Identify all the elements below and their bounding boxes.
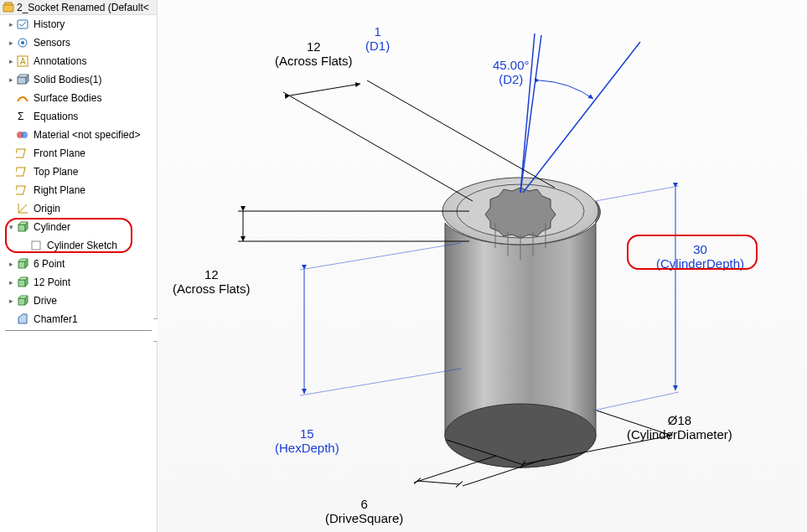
svg-text:Σ: Σ <box>18 111 23 122</box>
expander-icon[interactable]: ▸ <box>7 20 15 28</box>
expander-icon[interactable]: ▸ <box>7 75 15 84</box>
expander-icon[interactable]: ▸ <box>7 39 15 47</box>
svg-line-54 <box>595 186 679 201</box>
svg-rect-13 <box>16 149 25 158</box>
feature-tree-sidebar: 2_Socket Renamed (Default< ▸History▸Sens… <box>0 0 158 532</box>
tree-item-label: Origin <box>34 203 60 214</box>
svg-rect-1 <box>5 3 12 5</box>
tree-item-label: History <box>34 18 65 30</box>
tree-item-label: Solid Bodies(1) <box>34 74 101 85</box>
tree-item-annotations[interactable]: ▸AAnnotations <box>0 52 157 70</box>
model-canvas[interactable]: 1 (D1) 45.00° (D2) 12 (Across Flats) 12 … <box>158 0 807 532</box>
svg-line-58 <box>447 440 524 465</box>
tree-item-label: Sensors <box>34 37 70 49</box>
tree-item-solid-bodies-1[interactable]: ▸Solid Bodies(1) <box>0 70 157 89</box>
svg-rect-26 <box>18 280 25 287</box>
tree-item-origin[interactable]: Origin <box>0 199 157 218</box>
tree-divider <box>5 330 152 331</box>
expander-icon[interactable]: ▸ <box>7 260 15 268</box>
chamfer-icon <box>15 312 30 327</box>
plane-icon <box>15 146 30 161</box>
extrude-icon <box>15 293 30 308</box>
solid-icon <box>15 72 30 87</box>
tree-item-label: Annotations <box>34 55 86 67</box>
tree-item-top-plane[interactable]: Top Plane <box>0 163 157 181</box>
tree-item-history[interactable]: ▸History <box>0 15 157 34</box>
svg-rect-14 <box>16 168 25 176</box>
svg-marker-32 <box>18 314 27 323</box>
tree-item-label: 12 Point <box>34 276 70 288</box>
svg-text:A: A <box>20 57 26 66</box>
svg-point-12 <box>21 132 28 138</box>
svg-line-16 <box>18 204 27 213</box>
surface-icon <box>15 90 30 106</box>
tree-item-sensors[interactable]: ▸Sensors <box>0 34 157 52</box>
svg-line-44 <box>523 42 640 193</box>
tree-item-drive[interactable]: ▸Drive <box>0 292 157 310</box>
tree-item-chamfer1[interactable]: Chamfer1 <box>0 310 157 328</box>
svg-line-51 <box>300 243 461 270</box>
tree-item-label: Drive <box>34 295 57 307</box>
tree-item-cylinder-sketch[interactable]: Cylinder Sketch <box>0 236 157 255</box>
tree-item-label: 6 Point <box>34 258 65 270</box>
tree-item-material-not-specified[interactable]: Material <not specified> <box>0 126 157 144</box>
dimension-lines <box>158 0 807 532</box>
svg-line-45 <box>283 92 473 201</box>
tree-item-label: Top Plane <box>34 166 78 178</box>
sketch-icon <box>28 238 44 253</box>
tree-item-6-point[interactable]: ▸6 Point <box>0 255 157 273</box>
tree-item-label: Chamfer1 <box>34 313 78 325</box>
svg-line-43 <box>520 35 541 193</box>
tree-item-label: Surface Bodies <box>34 92 101 104</box>
history-icon <box>15 17 30 32</box>
origin-icon <box>15 201 30 216</box>
svg-line-52 <box>300 369 461 395</box>
tree-item-label: Equations <box>34 111 78 122</box>
tree-item-label: Cylinder <box>34 221 70 233</box>
equations-icon: Σ <box>15 109 30 124</box>
extrude-icon <box>15 275 30 290</box>
sensors-icon <box>15 35 30 50</box>
tree-item-front-plane[interactable]: Front Plane <box>0 144 157 163</box>
expander-icon[interactable]: ▸ <box>7 278 15 287</box>
svg-line-55 <box>593 392 679 411</box>
tree-item-cylinder[interactable]: ▾Cylinder <box>0 218 157 236</box>
svg-point-4 <box>21 41 24 44</box>
extrude-icon <box>15 220 30 235</box>
tree-root-label: 2_Socket Renamed (Default< <box>17 2 149 13</box>
svg-rect-29 <box>18 298 25 305</box>
tree-item-right-plane[interactable]: Right Plane <box>0 181 157 199</box>
tree-item-surface-bodies[interactable]: Surface Bodies <box>0 89 157 107</box>
annotations-icon: A <box>15 54 30 69</box>
svg-line-61 <box>463 459 545 486</box>
svg-line-59 <box>523 436 670 464</box>
svg-line-62 <box>417 481 459 484</box>
svg-rect-7 <box>18 77 26 84</box>
plane-icon <box>15 183 30 198</box>
tree-item-label: Right Plane <box>34 184 85 196</box>
expander-icon[interactable]: ▾ <box>7 223 15 231</box>
tree-item-label: Front Plane <box>34 147 85 159</box>
expander-icon[interactable]: ▸ <box>7 57 15 65</box>
tree-root[interactable]: 2_Socket Renamed (Default< <box>0 0 157 15</box>
svg-rect-19 <box>18 225 25 231</box>
svg-line-57 <box>597 411 672 436</box>
svg-line-46 <box>367 80 555 188</box>
svg-rect-15 <box>16 186 25 194</box>
svg-rect-22 <box>32 241 40 250</box>
extrude-icon <box>15 256 30 271</box>
plane-icon <box>15 164 30 179</box>
tree-item-label: Cylinder Sketch <box>47 240 117 251</box>
tree-item-label: Material <not specified> <box>34 129 140 141</box>
svg-rect-23 <box>18 261 25 268</box>
svg-line-60 <box>414 456 496 483</box>
material-icon <box>15 127 30 142</box>
expander-icon[interactable]: ▸ <box>7 297 15 305</box>
tree-item-12-point[interactable]: ▸12 Point <box>0 273 157 292</box>
svg-line-47 <box>290 84 360 96</box>
part-icon <box>2 1 15 14</box>
svg-rect-2 <box>18 20 28 28</box>
tree-item-equations[interactable]: ΣEquations <box>0 107 157 126</box>
